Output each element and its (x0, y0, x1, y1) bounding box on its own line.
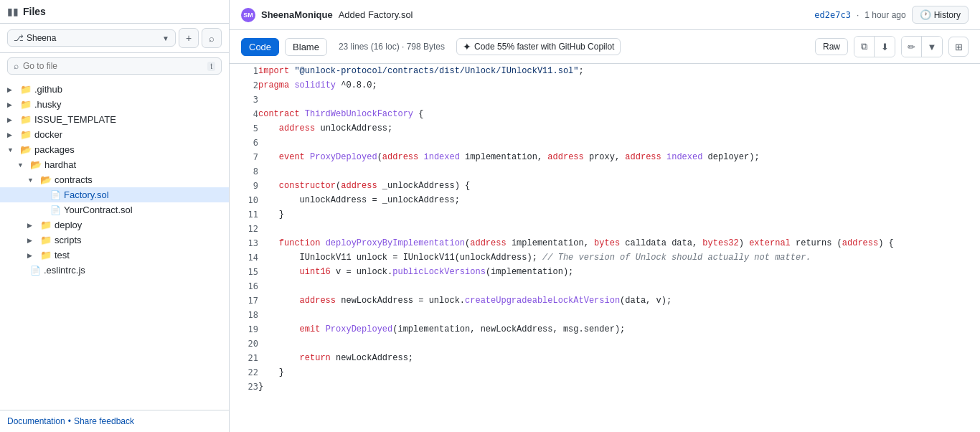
edit-more-button[interactable]: ▼ (922, 37, 942, 57)
folder-item-github[interactable]: ▶📁.github (0, 82, 229, 97)
documentation-link[interactable]: Documentation (7, 416, 65, 426)
folder-item-issue_template[interactable]: ▶📁ISSUE_TEMPLATE (0, 112, 229, 127)
sidebar-header: ▮▮ Files (0, 0, 229, 24)
table-row: 5 address unlockAddress; (230, 121, 980, 136)
table-row: 19 emit ProxyDeployed(implementation, ne… (230, 322, 980, 337)
chevron-icon: ▼ (7, 146, 17, 154)
line-number: 21 (230, 351, 258, 365)
line-number: 9 (230, 179, 258, 193)
table-row: 12 (230, 222, 980, 236)
folder-item-test[interactable]: ▶📁test (0, 248, 229, 263)
file-icon: 📄 (50, 190, 61, 200)
raw-button[interactable]: Raw (815, 38, 848, 55)
code-table: 1import "@unlock-protocol/contracts/dist… (230, 64, 980, 394)
folder-item-docker[interactable]: ▶📁docker (0, 127, 229, 142)
expand-button[interactable]: ⊞ (948, 37, 969, 57)
line-code: contract ThirdWebUnlockFactory { (258, 107, 980, 121)
line-number: 14 (230, 250, 258, 265)
folder-item-deploy[interactable]: ▶📁deploy (0, 217, 229, 233)
header-dot-separator: · (857, 10, 859, 20)
table-row: 13 function deployProxyByImplementation(… (230, 236, 980, 250)
table-row: 1import "@unlock-protocol/contracts/dist… (230, 64, 980, 78)
folder-item-hardhat[interactable]: ▼📂hardhat (0, 157, 229, 172)
search-icon: ⌕ (14, 61, 19, 71)
table-row: 17 address newLockAddress = unlock.creat… (230, 294, 980, 308)
tree-item-label: test (55, 250, 222, 260)
sidebar-branch: ⎇ Sheena ▼ + ⌕ (0, 24, 229, 53)
file-item-eslintrc[interactable]: 📄.eslintrc.js (0, 263, 229, 278)
file-item-factory_sol[interactable]: 📄Factory.sol (0, 187, 229, 202)
line-code: } (258, 365, 980, 380)
code-area[interactable]: 1import "@unlock-protocol/contracts/dist… (230, 64, 980, 432)
toolbar-edit-group: ✏ ▼ (901, 36, 943, 57)
commit-author: SheenaMonique (261, 9, 333, 20)
folder-icon: 📁 (20, 84, 32, 95)
line-number: 8 (230, 164, 258, 179)
line-code (258, 164, 980, 179)
folder-icon: 📁 (20, 99, 32, 110)
chevron-icon: ▼ (17, 161, 27, 169)
history-button[interactable]: 🕐 History (912, 6, 969, 24)
history-icon: 🕐 (920, 9, 931, 20)
chevron-icon: ▶ (27, 252, 37, 259)
blame-tab[interactable]: Blame (285, 38, 327, 56)
line-code: } (258, 207, 980, 222)
feedback-link[interactable]: Share feedback (74, 416, 134, 426)
folder-item-scripts[interactable]: ▶📁scripts (0, 233, 229, 248)
folder-item-husky[interactable]: ▶📁.husky (0, 97, 229, 112)
commit-message: Added Factory.sol (339, 9, 413, 20)
table-row: 18 (230, 308, 980, 322)
line-number: 5 (230, 121, 258, 136)
tree-item-label: hardhat (44, 159, 222, 170)
line-number: 17 (230, 294, 258, 308)
file-icon: 📄 (50, 205, 61, 215)
table-row: 21 return newLockAddress; (230, 351, 980, 365)
code-meta: 23 lines (16 loc) · 798 Bytes (339, 42, 445, 52)
line-code: } (258, 380, 980, 394)
search-files-button[interactable]: ⌕ (202, 28, 222, 48)
table-row: 10 unlockAddress = _unlockAddress; (230, 193, 980, 207)
line-code: return newLockAddress; (258, 351, 980, 365)
copilot-icon: ✦ (463, 41, 471, 52)
tree-item-label: ISSUE_TEMPLATE (34, 114, 222, 125)
folder-item-contracts[interactable]: ▼📂contracts (0, 172, 229, 187)
folder-item-packages[interactable]: ▼📂packages (0, 142, 229, 157)
branch-selector[interactable]: ⎇ Sheena ▼ (7, 29, 176, 47)
line-number: 4 (230, 107, 258, 121)
tree-item-label: YourContract.sol (64, 205, 222, 215)
download-button[interactable]: ⬇ (875, 37, 895, 57)
folder-icon: 📂 (20, 144, 32, 155)
copilot-label: Code 55% faster with GitHub Copilot (474, 42, 614, 52)
tree-item-label: deploy (55, 220, 222, 230)
line-code: uint16 v = unlock.publicLockVersions(imp… (258, 265, 980, 279)
table-row: 9 constructor(address _unlockAddress) { (230, 179, 980, 193)
folder-icon: 📁 (40, 250, 52, 260)
tree-item-label: docker (34, 129, 222, 140)
table-row: 20 (230, 337, 980, 351)
commit-hash[interactable]: ed2e7c3 (814, 10, 851, 20)
line-number: 20 (230, 337, 258, 351)
table-row: 22 } (230, 365, 980, 380)
line-number: 1 (230, 64, 258, 78)
copy-raw-button[interactable]: ⧉ (854, 37, 875, 57)
tree-item-label: .husky (34, 99, 222, 110)
avatar: SM (241, 8, 255, 22)
table-row: 14 IUnlockV11 unlock = IUnlockV11(unlock… (230, 250, 980, 265)
app-container: ▮▮ Files ⎇ Sheena ▼ + ⌕ ⌕ t ▶📁.github▶📁.… (0, 0, 980, 432)
edit-button[interactable]: ✏ (902, 37, 922, 57)
line-code: address newLockAddress = unlock.createUp… (258, 294, 980, 308)
table-row: 23} (230, 380, 980, 394)
folder-icon: 📁 (40, 220, 52, 230)
search-input[interactable] (23, 61, 203, 71)
line-code (258, 93, 980, 107)
file-item-yourcontract_sol[interactable]: 📄YourContract.sol (0, 202, 229, 217)
footer-separator: • (68, 416, 71, 426)
line-number: 3 (230, 93, 258, 107)
line-code (258, 308, 980, 322)
line-code: address unlockAddress; (258, 121, 980, 136)
file-search-box: ⌕ t (7, 57, 222, 75)
chevron-down-icon: ▼ (162, 34, 169, 42)
code-tab[interactable]: Code (241, 38, 279, 56)
copilot-badge[interactable]: ✦ Code 55% faster with GitHub Copilot (456, 38, 621, 55)
add-file-button[interactable]: + (179, 28, 199, 48)
